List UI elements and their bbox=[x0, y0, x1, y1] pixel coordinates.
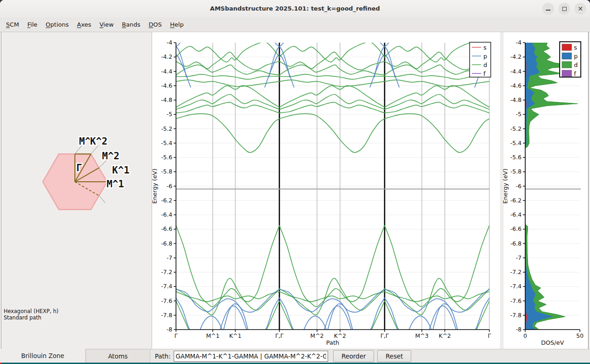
legend-label-f: f bbox=[483, 70, 486, 77]
tab-atoms[interactable]: Atoms bbox=[86, 349, 150, 363]
dos-ytick-label: -5.6 bbox=[511, 154, 522, 161]
dos-xaxis-title: DOS/eV bbox=[541, 339, 564, 346]
band-ytick-label: -5 bbox=[167, 111, 172, 118]
dos-legend-swatch-f bbox=[562, 70, 572, 77]
dos-ytick-label: -7.6 bbox=[511, 297, 522, 304]
dos-ytick-label: -4 bbox=[516, 39, 522, 46]
menu-item-view[interactable]: View bbox=[96, 17, 118, 32]
reset-button[interactable]: Reset bbox=[377, 350, 411, 362]
band-xtick-label: M^3 bbox=[415, 332, 428, 339]
bz-kpoint-label: Γ bbox=[76, 162, 82, 174]
bz-kpoint-label: M^2 bbox=[102, 151, 119, 162]
band-ytick-label: -5.4 bbox=[161, 140, 172, 146]
reorder-button[interactable]: Reorder bbox=[333, 350, 374, 362]
titlebar[interactable]: AMSbandstructure 2025.101: test_k=good_r… bbox=[0, 0, 590, 18]
minimize-icon bbox=[546, 10, 550, 11]
dos-ytick-label: -7.2 bbox=[511, 269, 522, 275]
window-controls: ✕ bbox=[542, 3, 586, 15]
band-xtick-label: M^1 bbox=[206, 332, 219, 339]
band-ytick-label: -4.8 bbox=[161, 96, 172, 103]
menu-item-file[interactable]: File bbox=[23, 17, 42, 32]
menu-item-options[interactable]: Options bbox=[41, 17, 73, 32]
band-ytick-label: -8 bbox=[167, 326, 173, 333]
dos-ytick-label: -4.8 bbox=[511, 96, 522, 103]
band-ytick-label: -4.4 bbox=[161, 68, 172, 75]
band-ytick-label: -7 bbox=[167, 254, 172, 261]
minimize-button[interactable] bbox=[542, 3, 554, 15]
band-xtick-label: K^2 bbox=[334, 332, 346, 339]
band-xtick-label: M^2 bbox=[310, 332, 323, 339]
band-ytick-label: -6.2 bbox=[161, 197, 172, 204]
app-window: AMSbandstructure 2025.101: test_k=good_r… bbox=[0, 0, 590, 364]
band-xtick-label: Γ,Γ bbox=[275, 332, 284, 339]
window-title: AMSbandstructure 2025.101: test_k=good_r… bbox=[0, 0, 590, 17]
close-icon: ✕ bbox=[578, 6, 583, 12]
band-ytick-label: -6.8 bbox=[161, 240, 172, 247]
band-ytick-label: -6.4 bbox=[161, 211, 172, 218]
dos-xtick-label: 50 bbox=[576, 332, 584, 339]
menu-item-dos[interactable]: DOS bbox=[145, 17, 166, 32]
band-ytick-label: -7.4 bbox=[161, 283, 172, 290]
plots-canvas[interactable]: M^3K^2M^2ΓK^1M^1Hexagonal (HEXP, h)Stand… bbox=[0, 32, 590, 349]
dos-ytick-label: -5.8 bbox=[511, 168, 522, 175]
bz-caption-path: Standard path bbox=[4, 314, 41, 321]
maximize-button[interactable] bbox=[558, 3, 570, 15]
dos-ytick-label: -6.8 bbox=[511, 240, 522, 247]
dos-ytick-label: -6.6 bbox=[511, 225, 522, 232]
band-ytick-label: -6.6 bbox=[161, 225, 172, 232]
dos-legend-label-d: d bbox=[574, 62, 578, 68]
dos-legend: spdf bbox=[560, 42, 581, 77]
dos-ytick-label: -5.4 bbox=[511, 140, 522, 146]
close-button[interactable]: ✕ bbox=[574, 3, 586, 15]
menu-item-scm[interactable]: SCM bbox=[2, 17, 23, 32]
brillouin-zone-diagram[interactable]: M^3K^2M^2ΓK^1M^1Hexagonal (HEXP, h)Stand… bbox=[4, 136, 130, 321]
band-ytick-label: -4.6 bbox=[161, 82, 172, 89]
content-area: M^3K^2M^2ΓK^1M^1Hexagonal (HEXP, h)Stand… bbox=[0, 32, 590, 349]
band-xaxis-title: Path bbox=[326, 339, 340, 346]
dos-ytick-label: -5 bbox=[516, 111, 522, 118]
legend-label-p: p bbox=[483, 53, 487, 60]
band-ytick-label: -5.6 bbox=[161, 154, 172, 161]
dos-legend-label-s: s bbox=[574, 44, 577, 51]
tab-brillouin-zone[interactable]: Brillouin Zone bbox=[0, 349, 86, 363]
band-ytick-label: -4 bbox=[167, 39, 173, 46]
menu-item-help[interactable]: Help bbox=[166, 17, 188, 32]
dos-ytick-label: -7 bbox=[516, 254, 522, 261]
band-yaxis-title: Energy (eV) bbox=[151, 168, 158, 204]
dos-ytick-label: -5.2 bbox=[511, 125, 522, 132]
band-xtick-label: Γ bbox=[488, 332, 491, 339]
legend-label-s: s bbox=[483, 44, 487, 51]
dos-ytick-label: -4.2 bbox=[511, 53, 522, 60]
menu-item-axes[interactable]: Axes bbox=[73, 17, 96, 32]
dos-ytick-label: -6.4 bbox=[511, 211, 522, 218]
dos-legend-swatch-s bbox=[562, 44, 572, 50]
menu-bar: SCMFileOptionsAxesViewBandsDOSHelp bbox=[0, 17, 590, 32]
band-xtick-label: Γ,Γ bbox=[380, 332, 389, 339]
path-row: Path: Reorder Reset bbox=[155, 349, 411, 363]
dos-ytick-label: -4.4 bbox=[511, 68, 522, 75]
band-ytick-label: -7.6 bbox=[161, 297, 172, 304]
dos-legend-swatch-p bbox=[562, 53, 572, 59]
dos-ytick-label: -6.2 bbox=[511, 197, 522, 204]
dos-ytick-label: -7.8 bbox=[511, 312, 522, 319]
band-xtick-label: K^2 bbox=[439, 332, 451, 339]
dos-xtick-label: 0 bbox=[523, 332, 527, 339]
dos-ytick-label: -6 bbox=[516, 183, 522, 190]
dos-legend-label-p: p bbox=[574, 53, 578, 60]
dos-legend-label-f: f bbox=[574, 70, 576, 77]
bz-kpoint-label: M^1 bbox=[107, 179, 124, 190]
bz-leader-line bbox=[99, 196, 106, 203]
path-input[interactable] bbox=[174, 351, 328, 362]
band-ytick-label: -7.2 bbox=[161, 269, 172, 275]
bz-kpoint-label: K^2 bbox=[90, 136, 108, 147]
band-ytick-label: -5.8 bbox=[161, 168, 172, 175]
legend-label-d: d bbox=[483, 62, 487, 68]
menu-item-bands[interactable]: Bands bbox=[118, 17, 144, 32]
path-label: Path: bbox=[155, 353, 170, 360]
band-legend: spdf bbox=[470, 42, 491, 77]
maximize-icon bbox=[562, 7, 567, 11]
band-ytick-label: -7.8 bbox=[161, 312, 172, 319]
band-ytick-label: -6 bbox=[167, 183, 173, 190]
bz-kpoint-label: K^1 bbox=[112, 165, 130, 176]
band-ytick-label: -5.2 bbox=[161, 125, 172, 132]
